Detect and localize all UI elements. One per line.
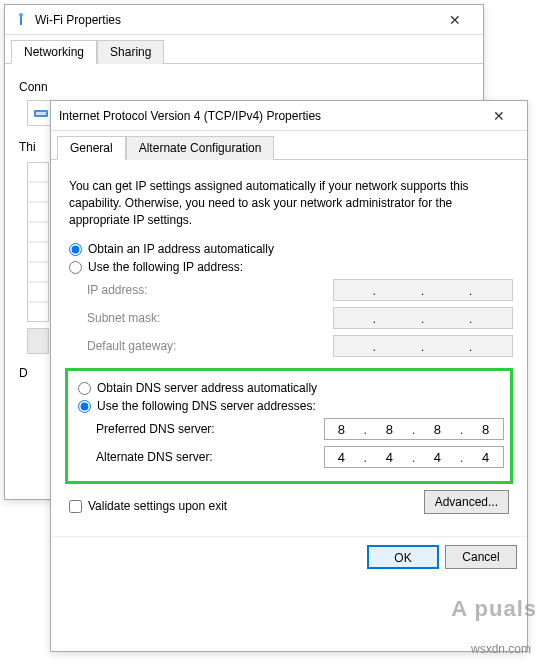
gateway-row: Default gateway: ... [65, 332, 513, 360]
alternate-dns-seg2[interactable]: 4 [376, 450, 404, 465]
validate-label: Validate settings upon exit [88, 499, 227, 513]
dns-section-highlight: Obtain DNS server address automatically … [65, 368, 513, 484]
adapter-icon [33, 106, 51, 120]
validate-row[interactable]: Validate settings upon exit [65, 489, 227, 513]
ipv4-description: You can get IP settings assigned automat… [65, 170, 513, 240]
ipv4-properties-window: Internet Protocol Version 4 (TCP/IPv4) P… [50, 100, 528, 652]
wifi-titlebar: Wi-Fi Properties ✕ [5, 5, 483, 35]
alternate-dns-seg3[interactable]: 4 [424, 450, 452, 465]
ipv4-content: You can get IP settings assigned automat… [51, 160, 527, 528]
ipv4-close-button[interactable]: ✕ [479, 108, 519, 124]
advanced-button[interactable]: Advanced... [424, 490, 509, 514]
radio-dns-auto[interactable] [78, 382, 91, 395]
radio-ip-manual[interactable] [69, 261, 82, 274]
preferred-dns-seg1[interactable]: 8 [328, 422, 356, 437]
radio-dns-manual-row[interactable]: Use the following DNS server addresses: [74, 397, 504, 415]
wifi-close-button[interactable]: ✕ [435, 12, 475, 28]
partial-button-1 [27, 328, 49, 354]
preferred-dns-row: Preferred DNS server: 8. 8. 8. 8 [74, 415, 504, 443]
validate-checkbox[interactable] [69, 500, 82, 513]
ipv4-tabs: General Alternate Configuration [51, 131, 527, 160]
footer-url: wsxdn.com [471, 642, 531, 656]
tab-networking[interactable]: Networking [11, 40, 97, 64]
subnet-row: Subnet mask: ... [65, 304, 513, 332]
gateway-label: Default gateway: [87, 339, 333, 353]
preferred-dns-label: Preferred DNS server: [96, 422, 324, 436]
alternate-dns-row: Alternate DNS server: 4. 4. 4. 4 [74, 443, 504, 471]
alternate-dns-input[interactable]: 4. 4. 4. 4 [324, 446, 504, 468]
ip-address-input: ... [333, 279, 513, 301]
radio-ip-manual-row[interactable]: Use the following IP address: [65, 258, 513, 276]
wifi-tabs: Networking Sharing [5, 35, 483, 64]
wifi-icon [13, 12, 29, 28]
preferred-dns-seg2[interactable]: 8 [376, 422, 404, 437]
ip-address-label: IP address: [87, 283, 333, 297]
dialog-buttons: OK Cancel [51, 536, 527, 579]
preferred-dns-seg3[interactable]: 8 [424, 422, 452, 437]
alternate-dns-seg1[interactable]: 4 [328, 450, 356, 465]
connect-using-label: Conn [19, 74, 469, 98]
radio-ip-manual-label: Use the following IP address: [88, 260, 243, 274]
radio-dns-manual[interactable] [78, 400, 91, 413]
ipv4-titlebar: Internet Protocol Version 4 (TCP/IPv4) P… [51, 101, 527, 131]
tab-sharing[interactable]: Sharing [97, 40, 164, 64]
wifi-title: Wi-Fi Properties [35, 13, 435, 27]
radio-ip-auto-label: Obtain an IP address automatically [88, 242, 274, 256]
subnet-label: Subnet mask: [87, 311, 333, 325]
svg-rect-3 [36, 112, 46, 115]
tab-general[interactable]: General [57, 136, 126, 160]
preferred-dns-seg4[interactable]: 8 [472, 422, 500, 437]
ok-button[interactable]: OK [367, 545, 439, 569]
radio-ip-auto[interactable] [69, 243, 82, 256]
tab-alternate-config[interactable]: Alternate Configuration [126, 136, 275, 160]
ip-address-row: IP address: ... [65, 276, 513, 304]
subnet-input: ... [333, 307, 513, 329]
ip-section: Obtain an IP address automatically Use t… [65, 240, 513, 360]
gateway-input: ... [333, 335, 513, 357]
cancel-button[interactable]: Cancel [445, 545, 517, 569]
protocol-list-edge [27, 162, 49, 322]
svg-point-1 [19, 13, 23, 17]
alternate-dns-seg4[interactable]: 4 [472, 450, 500, 465]
radio-dns-manual-label: Use the following DNS server addresses: [97, 399, 316, 413]
ipv4-title: Internet Protocol Version 4 (TCP/IPv4) P… [59, 109, 479, 123]
alternate-dns-label: Alternate DNS server: [96, 450, 324, 464]
radio-dns-auto-label: Obtain DNS server address automatically [97, 381, 317, 395]
preferred-dns-input[interactable]: 8. 8. 8. 8 [324, 418, 504, 440]
radio-ip-auto-row[interactable]: Obtain an IP address automatically [65, 240, 513, 258]
radio-dns-auto-row[interactable]: Obtain DNS server address automatically [74, 379, 504, 397]
